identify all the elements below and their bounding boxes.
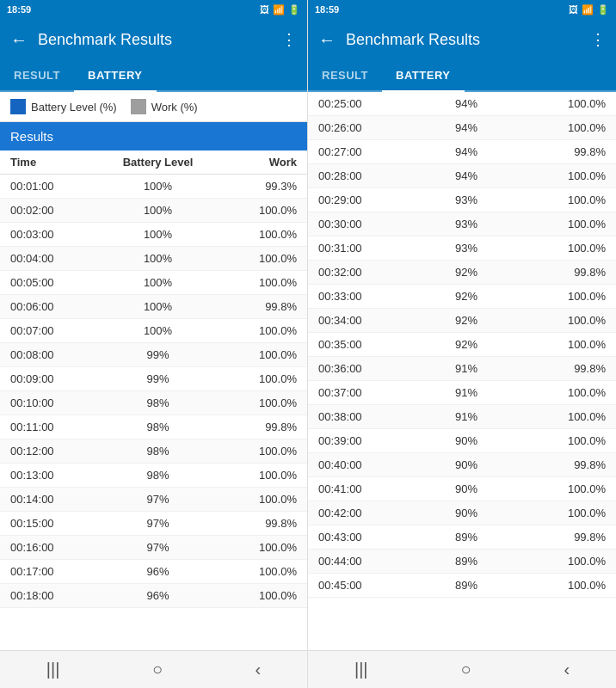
cell-battery: 100% [88,204,228,217]
nav-back-right[interactable]: ‹ [564,660,570,679]
table-row: 00:12:0098%100.0% [0,439,307,464]
signal-icon-r: 📶 [582,4,594,15]
status-bar-left: 18:59 🖼 📶 🔋 [0,0,307,19]
cell-battery: 90% [396,434,537,447]
table-row: 00:40:0090%99.8% [308,453,616,477]
cell-time: 00:39:00 [318,434,396,447]
cell-battery: 94% [396,169,537,182]
nav-home-right[interactable]: ○ [460,660,471,679]
cell-time: 00:37:00 [318,386,396,399]
cell-battery: 97% [88,493,228,506]
cell-battery: 92% [396,266,537,279]
data-table-left[interactable]: Time Battery Level Work 00:01:00100%99.3… [0,150,307,650]
cell-work: 100.0% [228,565,297,578]
nav-recent-left[interactable]: ||| [46,660,60,679]
time-left: 18:59 [7,4,31,15]
time-right: 18:59 [315,4,339,15]
cell-time: 00:35:00 [318,338,396,351]
cell-battery: 98% [88,396,228,409]
cell-battery: 91% [396,362,537,375]
cell-battery: 97% [88,517,228,530]
tab-bar-right: RESULT BATTERY [308,60,616,92]
cell-time: 00:40:00 [318,458,396,471]
table-row: 00:14:0097%100.0% [0,488,307,512]
table-row: 00:30:0093%100.0% [308,212,616,236]
legend-work: Work (%) [131,99,198,114]
data-table-right[interactable]: 00:25:0094%100.0%00:26:0094%100.0%00:27:… [308,92,616,650]
left-table-body: 00:01:00100%99.3%00:02:00100%100.0%00:03… [0,175,307,608]
cell-battery: 99% [88,348,228,361]
cell-time: 00:41:00 [318,482,396,495]
cell-work: 100.0% [537,290,606,303]
page-title-left: Benchmark Results [38,31,281,49]
back-button-right[interactable]: ← [318,30,336,50]
cell-battery: 97% [88,541,228,554]
cell-battery: 93% [396,242,537,255]
cell-work: 100.0% [537,314,606,327]
nav-back-left[interactable]: ‹ [256,660,262,679]
nav-home-left[interactable]: ○ [152,660,163,679]
cell-time: 00:27:00 [318,145,396,158]
cell-work: 100.0% [537,555,606,568]
cell-time: 00:16:00 [10,541,88,554]
more-button-left[interactable]: ⋮ [281,30,297,49]
cell-battery: 100% [88,228,228,241]
legend-bar: Battery Level (%) Work (%) [0,92,307,122]
cell-work: 100.0% [537,338,606,351]
cell-work: 100.0% [228,541,297,554]
cell-time: 00:01:00 [10,180,88,193]
table-row: 00:42:0090%100.0% [308,501,616,525]
status-icons-left: 🖼 📶 🔋 [260,4,300,15]
cell-time: 00:03:00 [10,228,88,241]
cell-work: 100.0% [228,469,297,482]
cell-battery: 90% [396,458,537,471]
cell-work: 100.0% [537,507,606,519]
cell-battery: 93% [396,218,537,230]
table-row: 00:16:0097%100.0% [0,536,307,560]
nav-recent-right[interactable]: ||| [354,660,368,679]
table-row: 00:33:0092%100.0% [308,285,616,309]
cell-work: 100.0% [228,276,297,289]
table-row: 00:13:0098%100.0% [0,464,307,488]
table-row: 00:38:0091%100.0% [308,405,616,429]
cell-time: 00:45:00 [318,579,396,592]
cell-battery: 98% [88,469,228,482]
legend-battery-color [10,99,26,114]
cell-time: 00:30:00 [318,218,396,230]
cell-battery: 92% [396,290,537,303]
cell-time: 00:29:00 [318,194,396,206]
cell-work: 99.8% [228,421,297,433]
col-time: Time [10,156,88,169]
table-row: 00:28:0094%100.0% [308,164,616,188]
table-row: 00:02:00100%100.0% [0,199,307,223]
tab-result-right[interactable]: RESULT [308,60,382,90]
back-button-left[interactable]: ← [10,30,28,50]
tab-bar-left: RESULT BATTERY [0,60,307,92]
page-title-right: Benchmark Results [346,31,590,49]
tab-result-left[interactable]: RESULT [0,60,74,90]
tab-battery-right[interactable]: BATTERY [382,60,464,92]
table-row: 00:05:00100%100.0% [0,271,307,295]
battery-icon-r: 🔋 [597,4,609,15]
top-bar-left: ← Benchmark Results ⋮ [0,19,307,60]
cell-time: 00:14:00 [10,493,88,506]
cell-work: 100.0% [228,493,297,506]
cell-work: 100.0% [228,396,297,409]
tab-battery-left[interactable]: BATTERY [74,60,156,92]
cell-battery: 90% [396,507,537,519]
cell-battery: 100% [88,252,228,265]
cell-time: 00:13:00 [10,469,88,482]
cell-time: 00:31:00 [318,242,396,255]
cell-work: 100.0% [537,242,606,255]
cell-time: 00:25:00 [318,97,396,110]
left-panel: 18:59 🖼 📶 🔋 ← Benchmark Results ⋮ RESULT… [0,0,308,688]
legend-work-color [131,99,146,114]
table-row: 00:06:00100%99.8% [0,295,307,319]
more-button-right[interactable]: ⋮ [590,30,606,49]
cell-work: 100.0% [537,194,606,206]
cell-time: 00:18:00 [10,589,88,602]
cell-work: 100.0% [537,434,606,447]
table-row: 00:44:0089%100.0% [308,550,616,574]
table-row: 00:09:0099%100.0% [0,367,307,391]
table-row: 00:34:0092%100.0% [308,309,616,333]
